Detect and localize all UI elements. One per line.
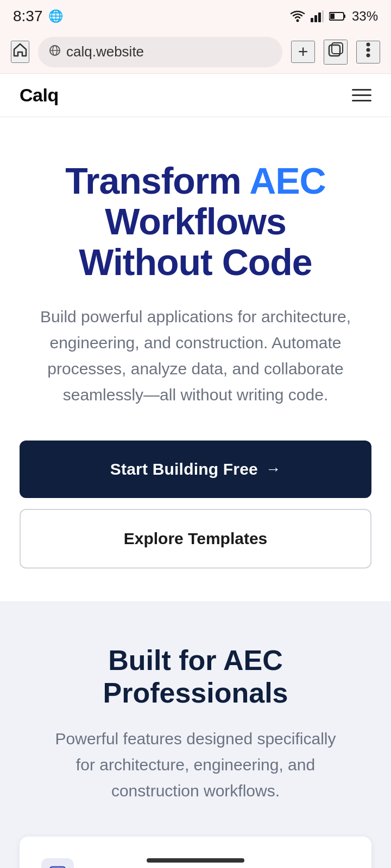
battery-percentage: 33%: [352, 9, 378, 24]
browser-menu-button[interactable]: [356, 41, 380, 63]
start-building-button[interactable]: Start Building Free →: [20, 441, 371, 498]
arrow-icon: →: [266, 461, 281, 478]
hero-subtitle: Build powerful applications for architec…: [38, 304, 353, 408]
hamburger-menu-button[interactable]: [352, 89, 371, 101]
hero-title-aec: AEC: [249, 160, 326, 201]
wifi-icon: [290, 10, 305, 22]
site-logo: Calq: [20, 85, 59, 106]
svg-point-15: [367, 53, 370, 57]
svg-point-13: [367, 42, 370, 46]
features-title: Built for AEC Professionals: [20, 644, 371, 710]
home-indicator: [147, 858, 244, 863]
feature-card-icon-bg: [41, 858, 74, 868]
browser-bar: calq.website +: [0, 30, 391, 74]
explore-templates-label: Explore Templates: [124, 529, 268, 548]
hero-title-part2: Workflows: [105, 201, 286, 242]
explore-templates-button[interactable]: Explore Templates: [20, 509, 371, 569]
site-nav: Calq: [0, 74, 391, 117]
svg-rect-4: [322, 10, 324, 22]
status-icons: 33%: [290, 9, 378, 24]
features-subtitle: Powerful features designed specifically …: [43, 726, 348, 804]
url-bar[interactable]: calq.website: [38, 37, 282, 67]
feature-card-partial: [20, 837, 371, 868]
battery-icon: [329, 11, 346, 21]
hero-title-part3: Without Code: [79, 241, 312, 283]
url-text: calq.website: [66, 43, 144, 60]
hamburger-line-2: [352, 94, 371, 96]
status-bar: 8:37 🌐 33%: [0, 0, 391, 30]
hero-title: Transform AEC Workflows Without Code: [20, 161, 371, 282]
browser-home-button[interactable]: [11, 41, 29, 63]
status-time: 8:37: [13, 8, 43, 25]
signal-icon: [311, 10, 324, 22]
add-tab-button[interactable]: +: [291, 41, 315, 63]
hamburger-line-3: [352, 100, 371, 101]
svg-rect-3: [318, 12, 321, 22]
svg-point-0: [296, 20, 299, 22]
hamburger-line-1: [352, 89, 371, 91]
hero-title-part1: Transform: [65, 160, 249, 201]
start-building-label: Start Building Free: [110, 460, 258, 478]
svg-point-14: [367, 48, 370, 52]
svg-rect-2: [314, 15, 317, 22]
svg-rect-7: [330, 14, 335, 19]
features-section: Built for AEC Professionals Powerful fea…: [0, 601, 391, 868]
url-security-icon: [49, 44, 61, 60]
svg-rect-1: [311, 18, 313, 22]
svg-rect-6: [344, 15, 345, 18]
tabs-button[interactable]: [324, 40, 348, 65]
hero-section: Transform AEC Workflows Without Code Bui…: [0, 117, 391, 601]
globe-icon: 🌐: [48, 9, 63, 23]
feature-icon: [48, 865, 67, 868]
